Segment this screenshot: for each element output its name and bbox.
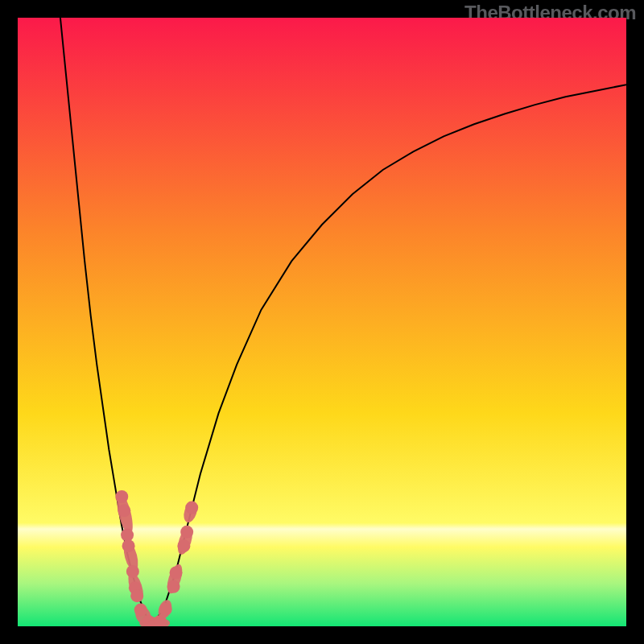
chart-container: TheBottleneck.com <box>0 0 644 644</box>
marker-dot <box>115 490 128 503</box>
marker-dot <box>118 504 130 517</box>
marker-dot <box>126 565 139 578</box>
plot-area <box>18 18 626 626</box>
marker-dot <box>167 580 180 593</box>
marker-dot <box>134 604 147 617</box>
marker-dot <box>121 529 134 542</box>
bottleneck-chart <box>18 18 626 626</box>
marker-dot <box>170 566 183 579</box>
marker-dot <box>185 502 198 514</box>
gradient-background <box>18 18 626 626</box>
marker-dot <box>180 526 193 539</box>
marker-dot <box>122 539 135 552</box>
marker-dot <box>159 603 172 616</box>
marker-dot <box>130 589 143 602</box>
marker-dot <box>177 539 190 552</box>
